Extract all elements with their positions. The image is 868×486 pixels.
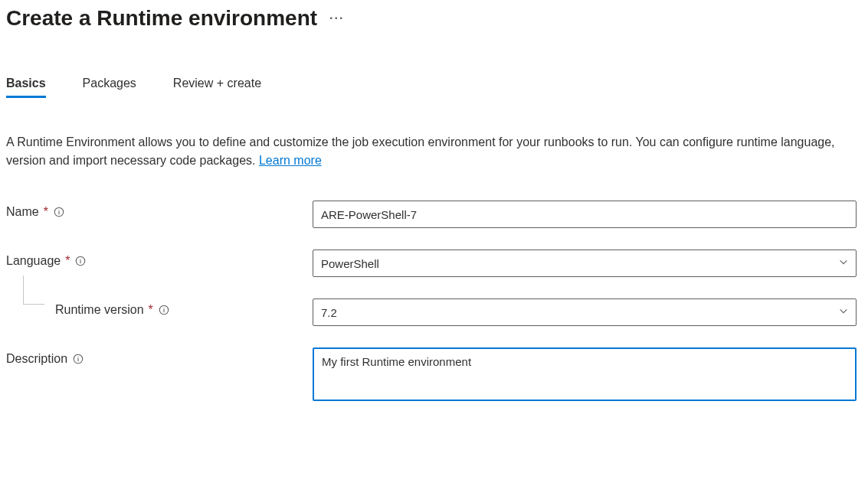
description-label: Description xyxy=(6,347,313,366)
info-icon[interactable] xyxy=(158,304,170,316)
name-label-text: Name xyxy=(6,205,39,219)
svg-point-5 xyxy=(80,259,81,259)
svg-point-8 xyxy=(163,308,164,308)
intro-description: A Runtime Environment allows you to defi… xyxy=(6,135,835,167)
required-asterisk: * xyxy=(149,303,153,317)
tab-packages[interactable]: Packages xyxy=(83,77,136,96)
runtime-version-select[interactable] xyxy=(313,298,857,326)
svg-point-2 xyxy=(58,210,59,210)
name-label: Name * xyxy=(6,201,313,219)
info-icon[interactable] xyxy=(72,353,84,365)
language-select[interactable] xyxy=(313,250,857,277)
page-title: Create a Runtime environment xyxy=(6,6,317,31)
info-icon[interactable] xyxy=(53,206,65,218)
required-asterisk: * xyxy=(65,254,70,268)
name-input[interactable] xyxy=(313,201,857,228)
more-actions-button[interactable]: ··· xyxy=(329,11,344,25)
tree-connector xyxy=(23,276,44,305)
description-label-text: Description xyxy=(6,352,67,366)
learn-more-link[interactable]: Learn more xyxy=(259,154,322,167)
svg-point-11 xyxy=(78,357,79,357)
runtime-version-label: Runtime version * xyxy=(6,298,313,317)
info-icon[interactable] xyxy=(74,255,87,267)
required-asterisk: * xyxy=(44,205,48,219)
tab-bar: Basics Packages Review + create xyxy=(6,77,862,96)
tab-review-create[interactable]: Review + create xyxy=(173,77,261,96)
tab-basics[interactable]: Basics xyxy=(6,77,46,96)
description-textarea[interactable]: My first Runtime environment xyxy=(313,347,857,401)
runtime-version-label-text: Runtime version xyxy=(55,303,144,317)
language-label-text: Language xyxy=(6,254,61,268)
language-label: Language * xyxy=(6,250,313,268)
intro-text: A Runtime Environment allows you to defi… xyxy=(6,133,849,170)
